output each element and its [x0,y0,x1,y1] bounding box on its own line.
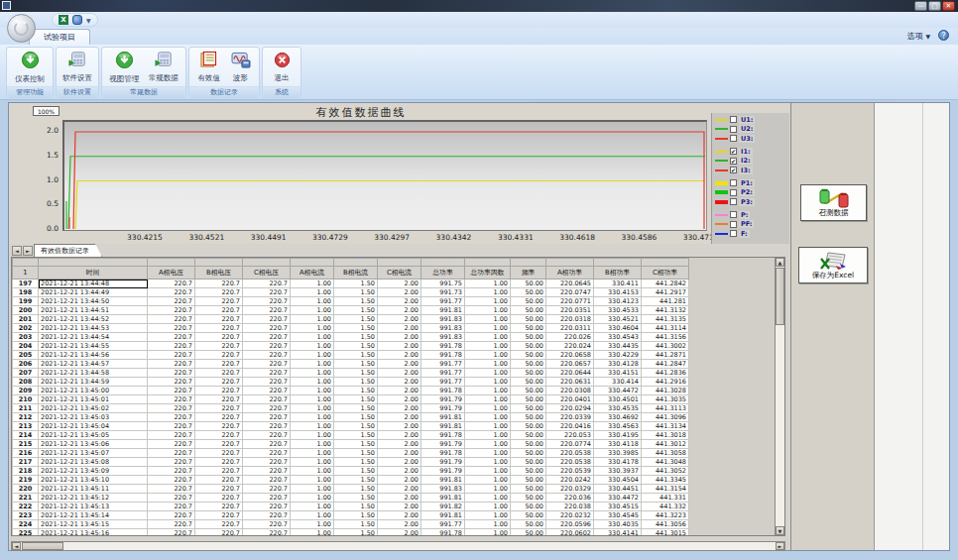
legend-checkbox[interactable] [730,179,737,186]
app-quick-icon[interactable] [72,15,82,25]
scroll-up-icon[interactable]: ▲ [776,258,784,267]
table-row[interactable]: 2122021-12-21 13:45:03220.7220.7220.71.0… [13,413,689,422]
legend-checkbox[interactable] [730,189,737,196]
table-cell: 215 [13,440,39,449]
legend-checkbox[interactable] [730,211,737,218]
table-row[interactable]: 2252021-12-21 13:45:16220.7220.7220.71.0… [13,529,689,537]
ribbon-button-wave[interactable]: 波形 [229,51,253,84]
save-excel-button[interactable]: 保存为Excel [798,247,868,283]
ribbon-button-view[interactable]: 视图管理 [107,50,141,85]
scroll-down-icon[interactable]: ▼ [776,526,784,535]
minimize-button[interactable]: — [914,1,927,11]
ribbon-group-3: 视图管理常规数据常规数据 [101,47,186,98]
x-axis-tick: 330.4521 [176,233,237,242]
table-row[interactable]: 2032021-12-21 13:44:54220.7220.7220.71.0… [13,333,689,342]
application-menu-orb[interactable] [7,14,36,43]
table-cell: 220.7 [243,387,291,395]
legend-checkbox[interactable] [730,126,737,133]
legend-checkbox[interactable] [730,221,737,228]
scroll-left-icon[interactable]: ◄ [12,542,21,550]
table-cell: 1.50 [334,360,378,369]
vertical-scrollbar[interactable]: ▲ ▼ [775,258,784,535]
table-row[interactable]: 2052021-12-21 13:44:56220.7220.7220.71.0… [13,351,689,360]
horizontal-scrollbar[interactable]: ◄ ► [11,541,785,551]
table-row[interactable]: 2192021-12-21 13:45:10220.7220.7220.71.0… [13,476,689,485]
table-cell: 1.50 [334,503,378,511]
table-row[interactable]: 2142021-12-21 13:45:05220.7220.7220.71.0… [13,431,689,440]
zoom-level-chip[interactable]: 100% [33,106,60,116]
scroll-right-icon[interactable]: ► [776,542,784,550]
table-cell: 2021-12-21 13:45:01 [39,395,148,404]
legend-checkbox[interactable] [730,198,737,205]
legend-checkbox[interactable]: ✔ [730,167,737,173]
hscroll-thumb[interactable] [22,542,63,550]
table-row[interactable]: 1992021-12-21 13:44:50220.7220.7220.71.0… [13,297,689,306]
table-cell: 441.332 [642,503,689,511]
table-cell: 220.7 [243,280,291,288]
ribbon-button-control[interactable]: 仪表控制 [13,50,47,85]
legend-checkbox[interactable]: ✔ [730,148,737,155]
table-row[interactable]: 2062021-12-21 13:44:57220.7220.7220.71.0… [13,360,689,369]
table-cell: 220.7 [243,431,291,440]
header-spacer-cell [546,259,594,267]
sheet-prev-button[interactable]: ◄ [12,246,22,256]
table-row[interactable]: 2172021-12-21 13:45:08220.7220.7220.71.0… [13,458,689,467]
table-row[interactable]: 1982021-12-21 13:44:49220.7220.7220.71.0… [13,288,689,297]
close-button[interactable]: ✕ [942,1,955,11]
table-cell: 220.0401 [546,395,594,404]
ribbon-button-settings[interactable]: 软件设置 [60,50,94,84]
table-row[interactable]: 2202021-12-21 13:45:11220.7220.7220.71.0… [13,485,689,494]
header-spacer-cell [421,259,465,267]
table-row[interactable]: 2242021-12-21 13:45:15220.7220.7220.71.0… [13,520,689,529]
table-cell: 220.7 [243,315,291,324]
table-row[interactable]: 2212021-12-21 13:45:12220.7220.7220.71.0… [13,494,689,503]
table-row[interactable]: 2152021-12-21 13:45:06220.7220.7220.71.0… [13,440,689,449]
ribbon-button-rms[interactable]: 有效值 [196,50,223,84]
table-cell: 991.73 [421,288,465,297]
table-cell: 2.00 [378,369,421,378]
legend-checkbox[interactable]: ✔ [730,158,737,165]
options-menu[interactable]: 选项 ▼ [907,31,930,42]
table-row[interactable]: 2112021-12-21 13:45:02220.7220.7220.71.0… [13,404,689,413]
ribbon-button-data[interactable]: 常规数据 [147,50,180,84]
table-row[interactable]: 1972021-12-21 13:44:48220.7220.7220.71.0… [13,280,689,288]
legend-line-swatch [715,119,728,121]
table-cell: 991.79 [421,395,465,404]
table-row[interactable]: 2162021-12-21 13:45:07220.7220.7220.71.0… [13,449,689,458]
ribbon-button-exit[interactable]: 退出 [272,51,293,84]
sheet-tab-rms-record[interactable]: 有效值数据记录 [34,244,102,257]
sheet-next-button[interactable]: ► [23,246,33,256]
table-cell: 50.00 [511,297,546,306]
legend-checkbox[interactable] [730,230,737,237]
table-cell: 1.00 [291,404,334,413]
tab-test-project[interactable]: 试验项目 [29,29,90,45]
ribbon-group-label: 管理功能 [7,86,53,97]
table-cell: 330.4533 [594,306,642,315]
table-row[interactable]: 2042021-12-21 13:44:55220.7220.7220.71.0… [13,342,689,351]
table-cell: 991.78 [421,342,465,351]
table-cell: 220.7 [243,520,291,529]
table-row[interactable]: 2182021-12-21 13:45:09220.7220.7220.71.0… [13,467,689,476]
table-row[interactable]: 2012021-12-21 13:44:52220.7220.7220.71.0… [13,315,689,324]
legend-checkbox[interactable] [730,135,737,142]
table-cell: 1.00 [465,511,511,520]
vscroll-thumb[interactable] [776,268,784,325]
help-icon[interactable]: ? [938,30,949,41]
table-row[interactable]: 2002021-12-21 13:44:51220.7220.7220.71.0… [13,306,689,315]
qat-dropdown-icon[interactable]: ▼ [86,17,91,24]
maximize-button[interactable]: ▢ [928,1,941,11]
table-row[interactable]: 2082021-12-21 13:44:59220.7220.7220.71.0… [13,378,689,387]
table-cell: 2021-12-21 13:45:02 [39,404,148,413]
legend-checkbox[interactable] [730,116,737,123]
table-row[interactable]: 2222021-12-21 13:45:13220.7220.7220.71.0… [13,503,689,511]
excel-quick-icon[interactable]: X [59,15,68,25]
table-row[interactable]: 2022021-12-21 13:44:53220.7220.7220.71.0… [13,324,689,333]
fetch-data-button[interactable]: 召测数据 [800,184,867,221]
table-row[interactable]: 2072021-12-21 13:44:58220.7220.7220.71.0… [13,369,689,378]
table-row[interactable]: 2232021-12-21 13:45:14220.7220.7220.71.0… [13,511,689,520]
table-cell: 2.00 [378,422,421,431]
table-row[interactable]: 2092021-12-21 13:45:00220.7220.7220.71.0… [13,387,689,395]
table-cell: 220.7 [243,378,291,387]
table-row[interactable]: 2102021-12-21 13:45:01220.7220.7220.71.0… [13,395,689,404]
table-row[interactable]: 2132021-12-21 13:45:04220.7220.7220.71.0… [13,422,689,431]
